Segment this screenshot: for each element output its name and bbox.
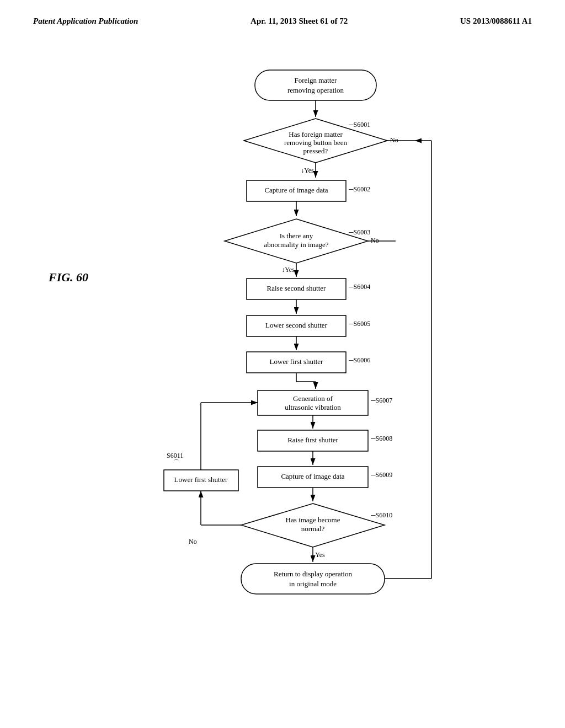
node-s6006-text: Lower first shutter <box>270 357 323 366</box>
label-s6005: ─S6005 <box>348 320 370 328</box>
label-s6010-yes: Yes <box>315 551 325 559</box>
label-s6011: S6011 <box>167 452 183 459</box>
label-s6003-no: No <box>371 237 379 244</box>
label-s6010: ─S6010 <box>370 511 392 519</box>
node-s6005-text: Lower second shutter <box>265 321 328 329</box>
diagram-area: Foreign matter removing operation ─S6001… <box>134 59 520 710</box>
node-s6003-text2: abnormality in image? <box>264 240 329 249</box>
node-s6007-text2: ultrasonic vibration <box>285 403 341 411</box>
node-s6011-text: Lower first shutter <box>174 475 228 484</box>
label-s6009: ─S6009 <box>370 471 392 479</box>
s6011-curve: ⌒ <box>173 459 179 465</box>
label-s6006: ─S6006 <box>348 356 370 364</box>
node-s6008-text: Raise first shutter <box>287 436 338 444</box>
page-header: Patent Application Publication Apr. 11, … <box>0 0 565 26</box>
node-s6001-text3: pressed? <box>303 147 328 155</box>
flowchart-svg: Foreign matter removing operation ─S6001… <box>156 59 498 710</box>
label-s6003: ─S6003 <box>348 228 370 236</box>
figure-label: FIG. 60 <box>49 270 88 285</box>
header-center: Apr. 11, 2013 Sheet 61 of 72 <box>250 17 348 26</box>
label-s6001: ─S6001 <box>348 121 370 129</box>
node-s6010-text1: Has image become <box>286 516 340 524</box>
label-s6003-yes: ↓Yes <box>281 266 295 274</box>
label-s6007: ─S6007 <box>370 397 392 404</box>
node-end-text1: Return to display operation <box>274 570 352 578</box>
node-s6002-text: Capture of image data <box>264 186 328 194</box>
header-left: Patent Application Publication <box>33 17 138 26</box>
node-start-text2: removing operation <box>287 86 344 94</box>
node-end <box>241 564 385 594</box>
header-right: US 2013/0088611 A1 <box>460 17 532 26</box>
node-start-text1: Foreign matter <box>295 76 338 84</box>
node-end-text2: in original mode <box>289 580 337 588</box>
label-s6008: ─S6008 <box>370 435 392 442</box>
node-s6004-text: Raise second shutter <box>267 284 327 292</box>
label-s6004: ─S6004 <box>348 283 370 291</box>
node-s6009-text: Capture of image data <box>281 472 344 480</box>
node-start <box>255 70 376 100</box>
label-s6010-no: No <box>189 538 197 545</box>
label-s6002: ─S6002 <box>348 185 370 193</box>
node-s6001-text1: Has foreign matter <box>289 130 343 138</box>
node-s6007-text1: Generation of <box>293 394 333 403</box>
label-s6001-yes: ↓Yes <box>301 167 314 174</box>
node-s6010-text2: normal? <box>301 524 325 533</box>
node-s6003-text1: Is there any <box>280 232 313 240</box>
node-s6001-text2: removing button been <box>284 138 348 147</box>
label-s6001-no: No <box>390 136 398 144</box>
